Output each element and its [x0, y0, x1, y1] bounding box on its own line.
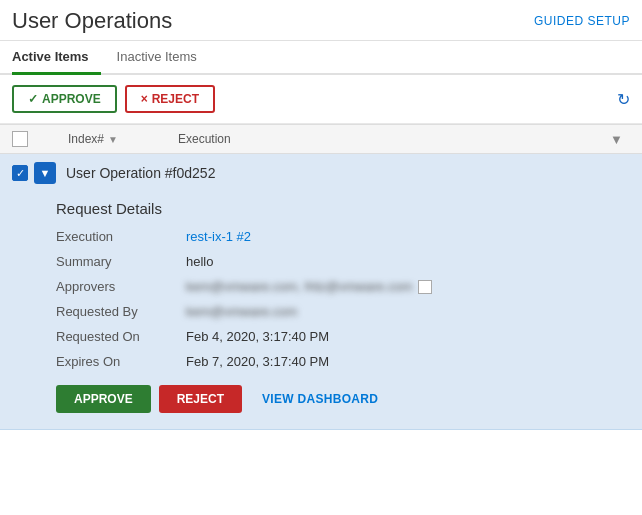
approvers-checkbox[interactable] [418, 280, 432, 294]
detail-approvers-row: Approvers kem@vmware.com, fritz@vmware.c… [56, 279, 626, 294]
row-title: User Operation #f0d252 [66, 165, 215, 181]
approve-toolbar-button[interactable]: ✓ APPROVE [12, 85, 117, 113]
refresh-icon[interactable]: ↻ [617, 90, 630, 109]
sort-icon[interactable]: ▼ [108, 134, 118, 145]
approvers-label: Approvers [56, 279, 186, 294]
page-header: User Operations GUIDED SETUP [0, 0, 642, 41]
detail-requested-on-row: Requested On Feb 4, 2020, 3:17:40 PM [56, 329, 626, 344]
expires-on-label: Expires On [56, 354, 186, 369]
detail-section-title: Request Details [56, 200, 626, 217]
summary-value: hello [186, 254, 213, 269]
toolbar: ✓ APPROVE × REJECT ↻ [0, 75, 642, 124]
detail-panel: Request Details Execution rest-ix-1 #2 S… [0, 192, 642, 429]
filter-icon[interactable]: ▼ [610, 132, 630, 147]
view-dashboard-button[interactable]: VIEW DASHBOARD [250, 385, 390, 413]
reject-x-icon: × [141, 92, 148, 106]
detail-expires-on-row: Expires On Feb 7, 2020, 3:17:40 PM [56, 354, 626, 369]
header-execution-col: Execution [178, 132, 610, 146]
execution-label: Execution [56, 229, 186, 244]
reject-action-button[interactable]: REJECT [159, 385, 242, 413]
requested-by-value: kem@vmware.com [186, 304, 297, 319]
approvers-container: kem@vmware.com, fritz@vmware.com [186, 279, 432, 294]
requested-by-label: Requested By [56, 304, 186, 319]
table-header: Index# ▼ Execution ▼ [0, 124, 642, 154]
requested-on-value: Feb 4, 2020, 3:17:40 PM [186, 329, 329, 344]
detail-requested-by-row: Requested By kem@vmware.com [56, 304, 626, 319]
reject-toolbar-button[interactable]: × REJECT [125, 85, 215, 113]
action-bar: APPROVE REJECT VIEW DASHBOARD [56, 385, 626, 413]
row-checkbox[interactable]: ✓ [12, 165, 28, 181]
guided-setup-link[interactable]: GUIDED SETUP [534, 14, 630, 28]
detail-execution-row: Execution rest-ix-1 #2 [56, 229, 626, 244]
approvers-value: kem@vmware.com, fritz@vmware.com [186, 279, 412, 294]
row-header: ✓ ▼ User Operation #f0d252 [0, 154, 642, 192]
execution-value[interactable]: rest-ix-1 #2 [186, 229, 251, 244]
select-all-checkbox[interactable] [12, 131, 28, 147]
requested-on-label: Requested On [56, 329, 186, 344]
approve-action-button[interactable]: APPROVE [56, 385, 151, 413]
approve-check-icon: ✓ [28, 92, 38, 106]
row-expand-button[interactable]: ▼ [34, 162, 56, 184]
header-index-col: Index# ▼ [68, 132, 178, 146]
tab-inactive-items[interactable]: Inactive Items [117, 41, 209, 75]
header-checkbox-col [12, 131, 40, 147]
table-row: ✓ ▼ User Operation #f0d252 Request Detai… [0, 154, 642, 430]
page-title: User Operations [12, 8, 172, 34]
tab-active-items[interactable]: Active Items [12, 41, 101, 75]
tabs-container: Active Items Inactive Items [0, 41, 642, 75]
detail-summary-row: Summary hello [56, 254, 626, 269]
summary-label: Summary [56, 254, 186, 269]
expires-on-value: Feb 7, 2020, 3:17:40 PM [186, 354, 329, 369]
